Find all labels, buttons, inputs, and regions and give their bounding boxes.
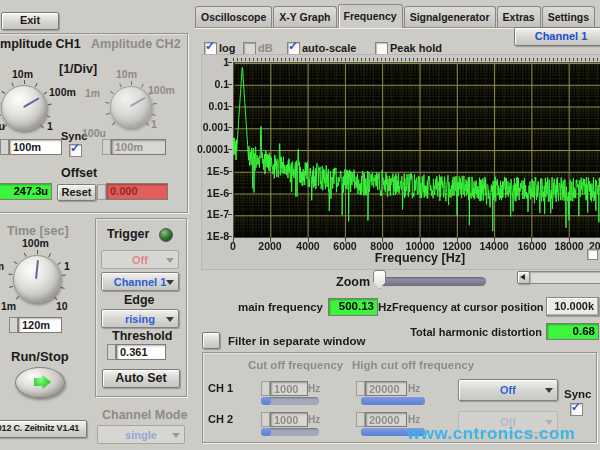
ch2-amplitude-stepper[interactable] (102, 139, 111, 155)
trigger-mode-dropdown[interactable]: Off (101, 250, 179, 269)
tab-extras[interactable]: Extras (497, 6, 541, 28)
ch1-high-stepper[interactable] (356, 381, 365, 396)
ch2-low-value[interactable]: 1000 (270, 412, 308, 427)
ch2-low-stepper[interactable] (261, 412, 270, 427)
channel-mode-label: Channel Mode (102, 408, 187, 422)
dropdown-arrow-icon (166, 258, 174, 263)
thd-value: 0.68 (546, 323, 599, 340)
ch2-high-value[interactable]: 20000 (365, 412, 407, 427)
exit-button[interactable]: Exit (1, 12, 59, 30)
arrow-left-icon (520, 274, 525, 280)
time-scale-10: 10 (56, 300, 68, 312)
time-scale-100m: 100m (22, 237, 49, 249)
ch2-amplitude-value[interactable]: 100m (111, 139, 166, 155)
axis-tick (228, 62, 232, 63)
filter-sync-checkbox[interactable]: ✓ (570, 403, 583, 416)
trigger-source-dropdown[interactable]: Channel 1 (101, 272, 179, 291)
ch2-low-unit: Hz (308, 414, 320, 425)
axis-tick (494, 238, 495, 242)
axis-tick (228, 106, 232, 107)
dropdown-arrow-icon (172, 433, 180, 438)
ch1-low-stepper[interactable] (261, 381, 270, 396)
ch2-scale-1m: 1m (85, 87, 100, 99)
offset-reset-button[interactable]: Reset (57, 184, 96, 201)
run-stop-button[interactable] (15, 367, 65, 398)
dropdown-arrow-icon (166, 317, 174, 322)
filter-separate-checkbox[interactable] (202, 332, 220, 349)
ch2-scale-1: 1 (151, 118, 157, 130)
ch1-low-unit: Hz (308, 383, 320, 394)
high-cutoff-header: High cut off frequency (352, 359, 474, 371)
per-div-label: [1/Div] (59, 62, 97, 76)
main-frequency-label: main frequency (238, 301, 323, 313)
amplitude-ch2-knob[interactable] (110, 86, 152, 128)
watermark: www.cntronics.com (407, 424, 575, 444)
zoom-slider-thumb[interactable] (373, 270, 386, 289)
ch2-high-stepper[interactable] (356, 412, 365, 427)
axis-tick (233, 238, 234, 242)
cursor-frequency-label: Frequency at cursor position (392, 301, 542, 313)
ch1-high-unit: Hz (408, 383, 420, 394)
ch1-low-slider[interactable] (261, 397, 319, 405)
time-stepper[interactable] (9, 317, 18, 333)
spectrum-plot[interactable] (233, 62, 600, 238)
trigger-title: Trigger (107, 227, 149, 241)
autoset-button[interactable]: Auto Set (102, 369, 180, 388)
app-window: Exit Amplitude CH1 Amplitude CH2 [1/Div]… (0, 0, 600, 450)
ch1-amplitude-stepper[interactable] (0, 139, 9, 155)
ch1-scale-1: 1 (47, 120, 53, 132)
cursor-frequency-value: 10.000k (546, 297, 599, 316)
checkmark-icon: ✓ (571, 400, 581, 414)
axis-tick (569, 238, 570, 242)
axis-tick (345, 238, 346, 242)
y-tick-label: 1E-7 (196, 208, 229, 220)
slider-fill (361, 397, 425, 405)
offset-ch2-value[interactable]: 0.000 (106, 183, 168, 200)
channel-mode-dropdown[interactable]: single (97, 425, 185, 444)
zoom-label: Zoom (336, 275, 370, 289)
tab-oscilloscope[interactable]: Oscilloscope (195, 6, 272, 28)
amplitude-sync-checkbox[interactable]: ✓ (69, 144, 82, 157)
tab-xy-graph[interactable]: X-Y Graph (273, 6, 336, 28)
threshold-stepper[interactable] (107, 344, 116, 360)
ch1-low-value[interactable]: 1000 (270, 381, 308, 396)
ch2-low-slider[interactable] (261, 428, 319, 436)
filter-ch1-label: CH 1 (208, 382, 233, 394)
ch1-filter-mode-dropdown[interactable]: Off (458, 379, 558, 401)
axis-tick (308, 238, 309, 242)
ch1-amplitude-value[interactable]: 100m (9, 139, 62, 155)
axis-tick (228, 84, 232, 85)
time-knob[interactable] (13, 255, 61, 303)
y-tick-label: 0.01 (196, 100, 229, 112)
ch1-high-value[interactable]: 20000 (365, 381, 407, 396)
offset-ch2-stepper[interactable] (97, 184, 106, 200)
trigger-led (159, 228, 173, 242)
ch1-high-slider[interactable] (361, 397, 425, 405)
main-frequency-value: 500.13 (328, 298, 378, 316)
offset-label: Offset (61, 166, 97, 180)
plot-top-ticks (233, 58, 600, 61)
autoscale-label: auto-scale (302, 42, 356, 54)
clipped-checkbox[interactable] (587, 249, 598, 260)
trigger-edge-dropdown[interactable]: rising (101, 309, 179, 328)
threshold-value[interactable]: 0.361 (116, 344, 166, 360)
time-value[interactable]: 120m (18, 317, 62, 333)
low-cutoff-header: Cut off frequency (248, 359, 343, 371)
tab-signalgenerator[interactable]: Signalgenerator (404, 6, 496, 28)
tab-frequency[interactable]: Frequency (338, 4, 403, 28)
zoom-slider-track[interactable] (378, 277, 486, 286)
ch2-scale-100u: 100u (82, 127, 106, 139)
amplitude-ch2-title: Amplitude CH2 (91, 37, 181, 51)
scrollbar-track[interactable] (529, 271, 600, 284)
amplitude-ch1-knob[interactable] (1, 85, 47, 131)
db-label: dB (258, 42, 273, 54)
dropdown-arrow-icon (545, 388, 553, 393)
axis-tick (228, 149, 232, 150)
dropdown-arrow-icon (166, 280, 174, 285)
y-tick-label: 1 (196, 56, 229, 68)
channel-select-button[interactable]: Channel 1 (514, 27, 600, 46)
tab-strip: Oscilloscope X-Y Graph Frequency Signalg… (195, 5, 596, 28)
tab-settings[interactable]: Settings (542, 6, 595, 28)
checkmark-icon: ✓ (205, 39, 215, 53)
axis-tick (228, 193, 232, 194)
